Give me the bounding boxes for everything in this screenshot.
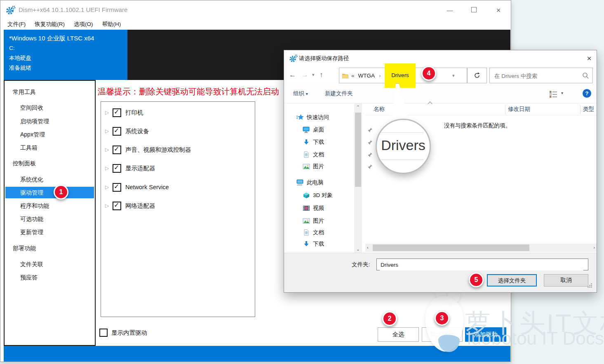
sidebar-item-optional-features[interactable]: 可选功能 — [20, 213, 43, 225]
driver-row-system-devices[interactable]: ▷ ✓ 系统设备 — [101, 126, 149, 136]
close-button[interactable]: × — [490, 6, 507, 14]
breadcrumb-drivers-highlight[interactable]: Drivers — [385, 63, 416, 88]
refresh-button[interactable] — [467, 68, 487, 83]
minimize-button[interactable]: — — [442, 6, 458, 14]
sidebar-item-toolbox[interactable]: 工具箱 — [20, 142, 38, 153]
sidebar-item-update-manager[interactable]: 更新管理 — [20, 226, 43, 238]
scroll-down-icon[interactable]: ⌄ — [354, 247, 362, 251]
driver-checkbox[interactable]: ✓ — [113, 202, 121, 210]
nav-label: 3D 对象 — [313, 192, 333, 199]
menu-options[interactable]: 选项(O) — [69, 19, 98, 30]
column-type[interactable]: 类型 — [583, 106, 594, 113]
add-drivers-button[interactable]: 添加驱动 — [465, 327, 506, 342]
nav-pictures[interactable]: 图片 — [303, 162, 324, 171]
menu-recovery[interactable]: 恢复功能(R) — [30, 19, 69, 30]
sidebar-item-appx-manager[interactable]: Appx管理 — [20, 129, 45, 140]
quick-access-star-icon — [296, 114, 304, 121]
column-name[interactable]: 名称 — [374, 106, 385, 113]
export-drivers-button[interactable]: 导出驱动 — [422, 327, 463, 342]
search-input[interactable] — [494, 68, 578, 83]
driver-row-display-adapters[interactable]: ▷ ✓ 显示适配器 — [101, 163, 155, 174]
up-icon[interactable]: ↑ — [320, 71, 323, 79]
driver-checkbox[interactable]: ✓ — [113, 183, 121, 192]
folder-icon — [342, 73, 348, 78]
nav-desktop[interactable]: 桌面 — [303, 125, 324, 134]
nav-this-pc[interactable]: 此电脑 — [296, 178, 324, 187]
recent-locations-chevron-icon[interactable]: ▾ — [312, 72, 315, 77]
sidebar-item-driver-manager[interactable]: 驱动管理 — [5, 187, 94, 198]
menu-help[interactable]: 帮助(H) — [98, 19, 126, 30]
select-all-button[interactable]: 全选 — [378, 327, 419, 342]
sidebar-item-startup-manager[interactable]: 启动项管理 — [20, 115, 49, 127]
scrollbar-thumb[interactable] — [355, 113, 361, 187]
nav-downloads-pc[interactable]: 下载 — [303, 240, 324, 249]
nav-documents[interactable]: 文档 — [303, 150, 324, 159]
driver-row-printers[interactable]: ▷ ✓ 打印机 — [101, 107, 143, 118]
scroll-left-icon[interactable]: ‹ — [367, 245, 369, 250]
nav-videos[interactable]: 视频 — [303, 204, 324, 213]
expand-arrow-icon[interactable]: ▷ — [105, 203, 111, 209]
column-separator[interactable] — [505, 105, 505, 114]
breadcrumb-prefix: « — [351, 73, 355, 79]
driver-checkbox[interactable]: ✓ — [113, 127, 121, 136]
scroll-right-icon[interactable]: › — [593, 245, 595, 250]
scrollbar-thumb[interactable] — [373, 244, 529, 251]
nav-label: 下载 — [313, 240, 324, 248]
help-icon[interactable]: ? — [583, 89, 591, 98]
callout-circle: Drivers — [376, 119, 431, 174]
column-separator[interactable] — [580, 105, 580, 114]
show-builtin-drivers-row[interactable]: 显示内置驱动 — [99, 329, 147, 337]
folder-name-input[interactable] — [380, 259, 583, 270]
sidebar-item-space-recovery[interactable]: 空间回收 — [20, 102, 43, 113]
driver-list: ▷ ✓ 打印机 ▷ ✓ 系统设备 ▷ ✓ 声音、视频和游戏控制器 ▷ ✓ 显示适… — [101, 101, 255, 317]
expand-arrow-icon[interactable]: ▷ — [105, 184, 111, 190]
windows-image-tile[interactable]: *Windows 10 企业版 LTSC x64 C: 本地硬盘 准备就绪 — [4, 30, 127, 80]
sidebar-item-file-association[interactable]: 文件关联 — [20, 258, 43, 270]
nav-3d-objects[interactable]: 3D 对象 — [303, 191, 333, 200]
address-dropdown-chevron-icon[interactable]: ▾ — [452, 73, 455, 78]
view-mode-icon[interactable] — [550, 91, 557, 98]
driver-row-sound-video-game[interactable]: ▷ ✓ 声音、视频和游戏控制器 — [101, 144, 191, 155]
driver-label: 网络适配器 — [125, 202, 155, 210]
sidebar-item-programs-features[interactable]: 程序和功能 — [20, 200, 49, 211]
breadcrumb-separator: › — [379, 73, 381, 79]
maximize-button[interactable] — [465, 6, 482, 14]
driver-row-network-service[interactable]: ▷ ✓ Network Service — [101, 182, 169, 193]
forward-icon[interactable]: → — [301, 71, 308, 79]
resize-grip[interactable] — [591, 287, 592, 288]
nav-quick-access[interactable]: 快速访问 — [296, 113, 329, 122]
vertical-scrollbar[interactable]: ⌃ ⌄ — [354, 103, 362, 253]
organize-caret-icon: ▾ — [306, 92, 308, 96]
image-disk-type: 本地硬盘 — [9, 53, 127, 63]
nav-documents-pc[interactable]: 文档 — [303, 228, 324, 237]
folder-name-field[interactable] — [376, 258, 588, 270]
search-field[interactable] — [489, 68, 593, 83]
driver-row-network-adapters[interactable]: ▷ ✓ 网络适配器 — [101, 200, 155, 211]
expand-arrow-icon[interactable]: ▷ — [105, 147, 111, 153]
view-mode-caret-icon[interactable]: ▾ — [561, 91, 563, 95]
scroll-up-icon[interactable]: ⌃ — [354, 105, 362, 109]
dialog-close-icon[interactable]: × — [584, 54, 594, 64]
cancel-button[interactable]: 取消 — [544, 274, 588, 287]
driver-checkbox[interactable]: ✓ — [113, 108, 121, 117]
expand-arrow-icon[interactable]: ▷ — [105, 165, 111, 171]
nav-pictures-pc[interactable]: 图片 — [303, 216, 324, 225]
breadcrumb-drivers[interactable]: Drivers — [391, 72, 409, 78]
expand-arrow-icon[interactable]: ▷ — [105, 110, 111, 115]
new-folder-button[interactable]: 新建文件夹 — [325, 90, 353, 97]
column-date-modified[interactable]: 修改日期 — [508, 106, 530, 113]
expand-arrow-icon[interactable]: ▷ — [105, 128, 111, 134]
sidebar-item-system-optimize[interactable]: 系统优化 — [20, 174, 43, 185]
sidebar-item-unattend[interactable]: 预应答 — [20, 272, 38, 283]
driver-checkbox[interactable]: ✓ — [113, 164, 121, 173]
nav-downloads[interactable]: 下载 — [303, 138, 324, 147]
back-icon[interactable]: ← — [289, 71, 296, 79]
driver-checkbox[interactable]: ✓ — [113, 146, 121, 154]
organize-button[interactable]: 组织 ▾ — [293, 90, 308, 97]
horizontal-scrollbar[interactable]: ‹ › — [365, 244, 597, 252]
menu-file[interactable]: 文件(F) — [3, 19, 30, 30]
choose-folder-button[interactable]: 选择文件夹 — [487, 274, 537, 287]
breadcrumb-wtga[interactable]: WTGA — [358, 73, 375, 79]
title-bar[interactable]: Dism++x64 10.1.1002.1 UEFI Firmware — × — [0, 0, 511, 19]
show-builtin-checkbox[interactable] — [99, 329, 108, 337]
